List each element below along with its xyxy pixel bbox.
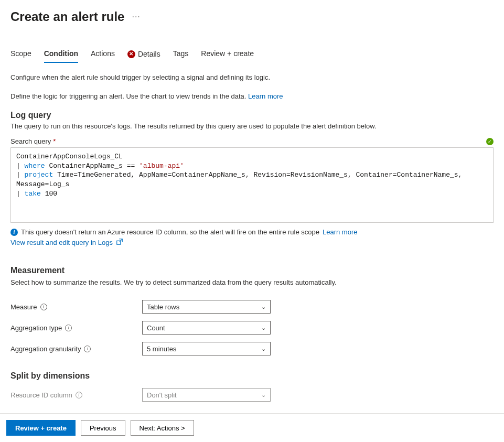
footer-bar: Review + create Previous Next: Actions > — [0, 413, 504, 442]
check-icon: ✓ — [486, 138, 494, 145]
tab-tags[interactable]: Tags — [173, 49, 189, 63]
aggregation-type-value: Count — [147, 324, 165, 332]
resource-id-column-value: Don't split — [147, 391, 177, 399]
review-create-button[interactable]: Review + create — [6, 420, 76, 436]
aggregation-granularity-label: Aggregation granularity — [10, 345, 81, 353]
intro-configure: Configure when the alert rule should tri… — [10, 73, 494, 82]
chevron-down-icon: ⌄ — [261, 392, 266, 398]
page-title: Create an alert rule — [10, 9, 124, 24]
measure-label: Measure — [10, 303, 37, 311]
tab-review-create[interactable]: Review + create — [201, 49, 254, 63]
error-icon: ✕ — [127, 50, 135, 58]
next-actions-button[interactable]: Next: Actions > — [131, 420, 194, 436]
aggregation-granularity-value: 5 minutes — [147, 345, 176, 353]
split-by-dimensions-heading: Split by dimensions — [10, 371, 494, 381]
search-query-label: Search query* — [10, 137, 56, 145]
log-query-heading: Log query — [10, 111, 494, 120]
view-in-logs-link[interactable]: View result and edit query in Logs — [10, 239, 113, 246]
measure-dropdown-value: Table rows — [147, 303, 179, 311]
learn-more-link[interactable]: Learn more — [248, 92, 283, 100]
tab-details-label: Details — [138, 50, 160, 58]
measurement-desc: Select how to summarize the results. We … — [10, 278, 494, 286]
external-link-icon — [116, 238, 123, 247]
tab-actions[interactable]: Actions — [91, 49, 115, 63]
required-asterisk: * — [53, 137, 56, 145]
chevron-down-icon: ⌄ — [261, 304, 266, 310]
tab-scope[interactable]: Scope — [10, 49, 31, 63]
resource-id-column-dropdown[interactable]: Don't split ⌄ — [142, 388, 271, 402]
intro-define: Define the logic for triggering an alert… — [10, 92, 494, 101]
measure-dropdown[interactable]: Table rows ⌄ — [142, 300, 271, 314]
aggregation-type-label: Aggregation type — [10, 324, 62, 332]
measurement-heading: Measurement — [10, 266, 494, 275]
chevron-down-icon: ⌄ — [261, 346, 266, 352]
previous-button[interactable]: Previous — [81, 420, 125, 436]
query-info-text: This query doesn't return an Azure resou… — [21, 228, 319, 236]
more-actions-icon[interactable]: ··· — [132, 12, 140, 21]
help-icon[interactable]: i — [40, 304, 47, 310]
search-query-input[interactable]: ContainerAppConsoleLogs_CL | where Conta… — [10, 147, 494, 223]
intro-define-text: Define the logic for triggering an alert… — [10, 92, 248, 100]
tab-bar: Scope Condition Actions ✕ Details Tags R… — [10, 49, 494, 63]
log-query-desc: The query to run on this resource's logs… — [10, 122, 494, 130]
tab-condition[interactable]: Condition — [44, 49, 78, 63]
aggregation-type-dropdown[interactable]: Count ⌄ — [142, 321, 271, 335]
tab-details[interactable]: ✕ Details — [127, 49, 160, 63]
aggregation-granularity-dropdown[interactable]: 5 minutes ⌄ — [142, 342, 271, 355]
help-icon[interactable]: i — [65, 325, 72, 331]
help-icon[interactable]: i — [76, 392, 82, 398]
info-icon: i — [10, 229, 18, 236]
resource-id-column-label: Resource ID column — [10, 391, 72, 399]
help-icon[interactable]: i — [84, 346, 91, 352]
query-info-learn-more-link[interactable]: Learn more — [323, 228, 357, 236]
chevron-down-icon: ⌄ — [261, 325, 266, 331]
